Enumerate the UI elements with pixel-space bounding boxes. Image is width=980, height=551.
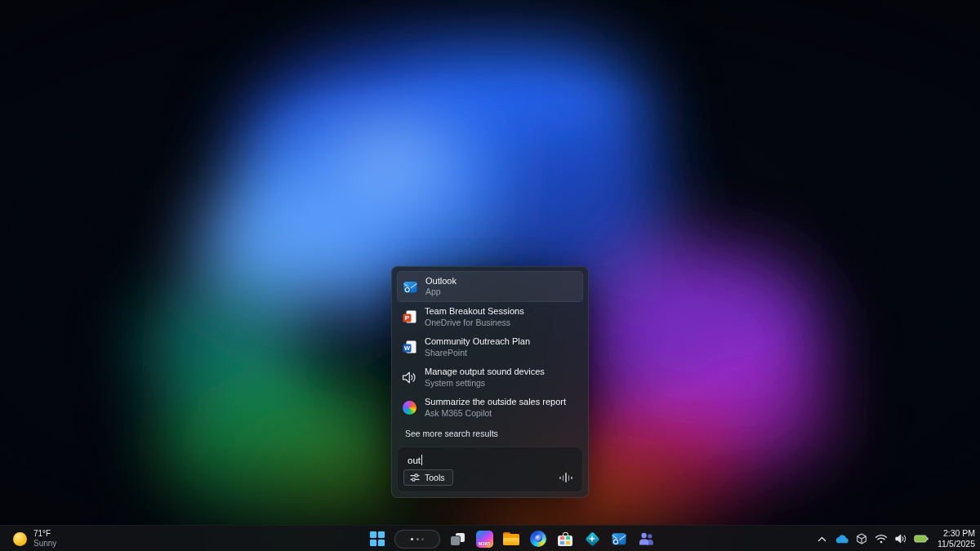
file-explorer-button[interactable] bbox=[501, 528, 521, 549]
weather-temperature: 71°F bbox=[33, 529, 56, 539]
teams-app-button[interactable] bbox=[636, 528, 656, 549]
search-input[interactable]: out Tools bbox=[397, 447, 583, 492]
result-subtitle: App bbox=[425, 287, 457, 297]
sun-icon bbox=[13, 532, 27, 546]
battery-icon[interactable] bbox=[914, 529, 929, 549]
typing-dot bbox=[421, 538, 424, 540]
weather-widget[interactable]: 71°F Sunny bbox=[0, 526, 68, 551]
sparkle-app-icon bbox=[584, 531, 601, 548]
search-result-team-breakout-sessions[interactable]: P Team Breakout Sessions OneDrive for Bu… bbox=[397, 302, 583, 332]
m365-label: M365 bbox=[476, 541, 493, 546]
desktop: Outlook App P Team Breakout Sessions One… bbox=[0, 0, 980, 551]
copilot-sparkle-app-button[interactable] bbox=[582, 528, 602, 549]
tray-date: 11/5/2025 bbox=[938, 539, 975, 549]
typing-dot bbox=[411, 538, 413, 540]
taskbar: 71°F Sunny M365 bbox=[0, 525, 980, 551]
search-result-manage-output-sound-devices[interactable]: Manage output sound devices System setti… bbox=[397, 362, 583, 393]
volume-icon[interactable] bbox=[894, 529, 907, 549]
microsoft-store-button[interactable] bbox=[555, 528, 575, 549]
chevron-up-icon[interactable] bbox=[815, 529, 828, 549]
result-subtitle: SharePoint bbox=[425, 348, 530, 358]
search-result-summarize-outside-sales-report[interactable]: Summarize the outside sales report Ask M… bbox=[397, 393, 583, 423]
windows-logo-icon bbox=[370, 531, 385, 547]
result-title: Team Breakout Sessions bbox=[425, 306, 524, 318]
search-flyout-panel: Outlook App P Team Breakout Sessions One… bbox=[391, 266, 589, 498]
svg-text:W: W bbox=[404, 344, 410, 352]
tools-button-label: Tools bbox=[425, 473, 445, 482]
text-caret bbox=[421, 455, 422, 465]
result-subtitle: OneDrive for Business bbox=[425, 318, 524, 328]
copilot-icon bbox=[401, 400, 417, 416]
outlook-icon bbox=[611, 531, 627, 547]
sliders-icon bbox=[410, 473, 420, 482]
search-result-community-outreach-plan[interactable]: W Community Outreach Plan SharePoint bbox=[397, 332, 583, 362]
taskbar-search-pill[interactable] bbox=[394, 530, 440, 549]
microsoft-store-icon bbox=[558, 532, 572, 546]
search-result-outlook[interactable]: Outlook App bbox=[397, 271, 583, 302]
taskbar-clock[interactable]: 2:30 PM 11/5/2025 bbox=[938, 528, 975, 549]
result-title: Community Outreach Plan bbox=[425, 336, 530, 348]
start-button[interactable] bbox=[368, 528, 387, 549]
file-explorer-icon bbox=[503, 532, 519, 545]
word-file-icon: W bbox=[401, 340, 417, 356]
typing-dot bbox=[416, 538, 419, 540]
weather-condition: Sunny bbox=[33, 539, 56, 549]
powerpoint-file-icon: P bbox=[401, 309, 417, 326]
system-hexagon-icon[interactable] bbox=[855, 529, 868, 549]
outlook-app-button[interactable] bbox=[609, 528, 629, 549]
edge-browser-icon bbox=[530, 531, 546, 547]
outlook-icon bbox=[402, 278, 418, 295]
teams-icon bbox=[639, 532, 654, 545]
onedrive-icon[interactable] bbox=[835, 529, 849, 549]
task-view-icon bbox=[451, 533, 465, 545]
system-tray: 2:30 PM 11/5/2025 bbox=[815, 526, 975, 551]
search-results-list: Outlook App P Team Breakout Sessions One… bbox=[392, 267, 588, 440]
result-subtitle: System settings bbox=[425, 378, 545, 389]
edge-browser-button[interactable] bbox=[528, 528, 548, 549]
m365-copilot-app-button[interactable]: M365 bbox=[474, 528, 494, 549]
tools-button[interactable]: Tools bbox=[403, 469, 453, 486]
search-query-text: out bbox=[408, 455, 421, 465]
tray-time: 2:30 PM bbox=[943, 528, 975, 539]
result-title: Summarize the outside sales report bbox=[425, 397, 566, 408]
result-title: Outlook bbox=[425, 276, 457, 287]
result-subtitle: Ask M365 Copilot bbox=[425, 408, 566, 419]
m365-copilot-icon: M365 bbox=[476, 531, 493, 548]
speaker-icon bbox=[401, 370, 417, 386]
wifi-icon[interactable] bbox=[875, 529, 888, 549]
see-more-search-results-link[interactable]: See more search results bbox=[405, 429, 579, 438]
svg-text:P: P bbox=[404, 314, 409, 322]
search-input-text: out bbox=[398, 447, 582, 465]
task-view-button[interactable] bbox=[448, 528, 467, 549]
voice-waveform-icon[interactable] bbox=[559, 472, 572, 483]
taskbar-center-icons: M365 bbox=[368, 526, 656, 551]
result-title: Manage output sound devices bbox=[425, 367, 545, 378]
